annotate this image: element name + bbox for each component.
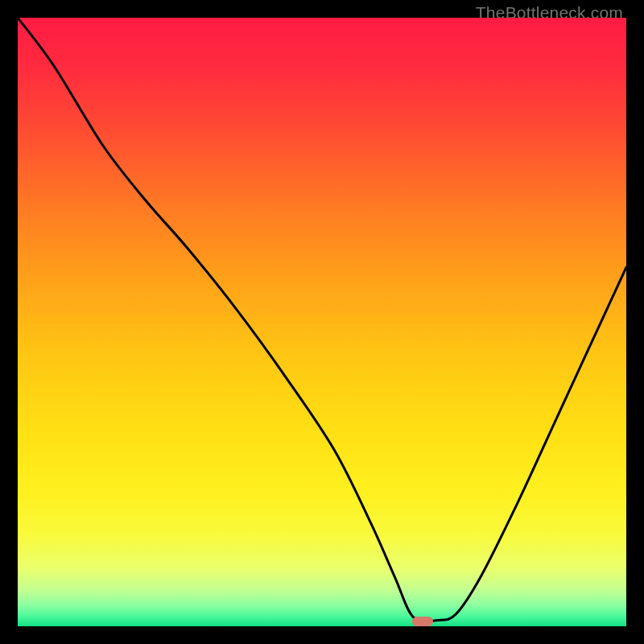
optimal-point-marker [412, 617, 433, 626]
bottleneck-curve [18, 18, 626, 621]
curve-layer [18, 18, 626, 626]
chart-container: TheBottleneck.com [0, 0, 644, 644]
plot-area [18, 18, 626, 626]
